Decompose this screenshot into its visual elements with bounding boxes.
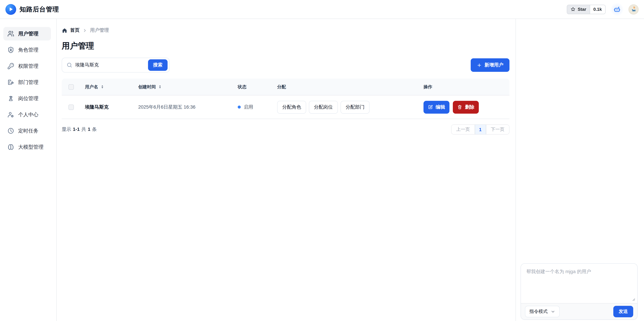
search-icon	[66, 62, 72, 68]
sidebar-item-scheduled-tasks[interactable]: 定时任务	[3, 124, 51, 138]
star-icon	[571, 7, 576, 12]
actions-header: 操作	[424, 84, 510, 90]
home-icon	[62, 28, 68, 33]
status-badge: 启用	[238, 104, 277, 110]
star-count[interactable]: 0.1k	[590, 5, 605, 14]
sidebar-item-label: 定时任务	[18, 128, 38, 134]
assign-position-button[interactable]: 分配岗位	[309, 101, 338, 114]
sort-by-created[interactable]: 创建时间	[138, 84, 162, 90]
add-user-button[interactable]: 新增用户	[471, 58, 510, 72]
brain-icon	[8, 144, 14, 150]
toolbar: 搜索 新增用户	[62, 58, 510, 72]
breadcrumb-home-link[interactable]: 首页	[62, 27, 80, 34]
chevron-down-icon	[550, 309, 555, 314]
edit-pencil-icon	[428, 104, 433, 110]
app-logo-icon	[6, 4, 16, 15]
resize-handle-icon[interactable]	[632, 298, 635, 301]
sidebar-item-roles[interactable]: 角色管理	[3, 43, 51, 57]
mode-select[interactable]: 指令模式	[525, 306, 560, 317]
status-header: 状态	[238, 84, 277, 90]
sidebar-item-llm-management[interactable]: 大模型管理	[3, 140, 51, 154]
breadcrumb-current: 用户管理	[90, 27, 109, 34]
sidebar-item-positions[interactable]: 岗位管理	[3, 92, 51, 105]
key-icon	[8, 63, 14, 70]
chat-input[interactable]	[521, 264, 637, 303]
user-gear-icon	[8, 111, 14, 118]
select-all-checkbox[interactable]	[68, 84, 74, 90]
table-header-row: 用户名 创建时间 状态 分配 操作	[62, 78, 510, 96]
page-number-button[interactable]: 1	[474, 125, 486, 134]
plus-icon	[477, 62, 482, 68]
department-wrench-icon	[8, 79, 14, 86]
java-logo-icon	[630, 6, 637, 12]
search-box: 搜索	[62, 58, 170, 72]
sidebar-item-users[interactable]: 用户管理	[3, 27, 51, 40]
page-title: 用户管理	[62, 41, 510, 51]
sidebar-item-permissions[interactable]: 权限管理	[3, 59, 51, 73]
main-layout: 用户管理 角色管理 权限管理 部门管理 岗位管理 个人中心	[0, 19, 644, 321]
clock-icon	[8, 128, 14, 134]
mode-select-value: 指令模式	[529, 308, 548, 314]
sidebar-item-label: 角色管理	[18, 47, 38, 53]
ai-assistant-button[interactable]	[610, 2, 624, 16]
next-page-button[interactable]: 下一页	[486, 125, 509, 134]
shield-user-icon	[8, 46, 14, 53]
github-star-widget[interactable]: Star 0.1k	[567, 4, 606, 14]
breadcrumb: 首页 用户管理	[62, 27, 510, 34]
sidebar-item-label: 个人中心	[18, 112, 38, 118]
user-avatar[interactable]	[628, 4, 638, 14]
sidebar-item-profile[interactable]: 个人中心	[3, 108, 51, 122]
chevron-right-icon	[82, 28, 87, 32]
app-title: 知路后台管理	[20, 5, 59, 14]
sort-arrows-icon	[158, 85, 162, 89]
sidebar-nav: 用户管理 角色管理 权限管理 部门管理 岗位管理 个人中心	[0, 19, 57, 321]
table-row: 埃隆马斯克 2025年6月6日星期五 16:36 启用 分配角色 分配岗位 分配…	[62, 96, 510, 119]
sidebar-item-label: 大模型管理	[18, 144, 44, 150]
users-table: 用户名 创建时间 状态 分配 操作	[62, 78, 510, 119]
chat-footer: 指令模式 发送	[521, 303, 637, 319]
sort-by-username[interactable]: 用户名	[85, 84, 104, 90]
cell-username: 埃隆马斯克	[85, 104, 138, 110]
delete-button[interactable]: 删除	[453, 101, 479, 114]
star-button[interactable]: Star	[567, 5, 590, 14]
app-root: 知路后台管理 Star 0.1k	[0, 0, 644, 321]
row-checkbox[interactable]	[68, 104, 74, 110]
assign-header: 分配	[277, 84, 424, 90]
chat-composer-card: 指令模式 发送	[520, 263, 638, 320]
sidebar-item-label: 用户管理	[18, 30, 38, 37]
status-dot-icon	[238, 106, 241, 108]
chat-input-wrap	[521, 264, 637, 303]
sidebar-item-label: 岗位管理	[18, 95, 38, 102]
cell-created-time: 2025年6月6日星期五 16:36	[138, 104, 238, 110]
sidebar-item-label: 权限管理	[18, 63, 38, 69]
search-input[interactable]	[75, 62, 145, 68]
send-button[interactable]: 发送	[613, 306, 633, 317]
pagination-summary: 显示1-1共1条	[62, 126, 97, 132]
star-label: Star	[578, 7, 586, 12]
sort-arrows-icon	[100, 85, 104, 89]
sidebar-item-departments[interactable]: 部门管理	[3, 76, 51, 89]
users-icon	[8, 30, 14, 37]
edit-button[interactable]: 编辑	[424, 101, 450, 114]
main-content: 首页 用户管理 用户管理 搜索 新增用户	[57, 19, 516, 321]
graduate-icon	[8, 95, 14, 102]
robot-icon	[613, 5, 621, 13]
top-header: 知路后台管理 Star 0.1k	[0, 0, 644, 19]
pagination-bar: 显示1-1共1条 上一页 1 下一页	[62, 124, 510, 134]
search-button[interactable]: 搜索	[148, 59, 168, 71]
assign-role-button[interactable]: 分配角色	[277, 101, 306, 114]
assign-department-button[interactable]: 分配部门	[340, 101, 370, 114]
pager: 上一页 1 下一页	[451, 124, 510, 134]
trash-icon	[457, 104, 462, 110]
ai-chat-panel: 指令模式 发送	[516, 19, 644, 321]
sidebar-item-label: 部门管理	[18, 79, 38, 86]
prev-page-button[interactable]: 上一页	[452, 125, 474, 134]
